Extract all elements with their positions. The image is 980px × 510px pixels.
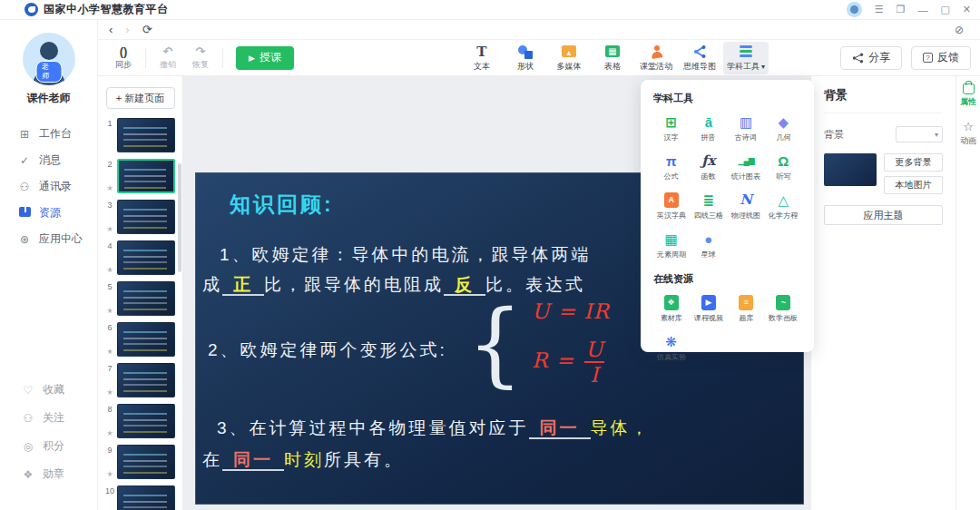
forward-icon[interactable]: › — [125, 23, 129, 36]
tool-geometry[interactable]: ◆几何 — [766, 114, 801, 143]
insert-text-button[interactable]: T 文本 — [462, 42, 502, 74]
sync-button[interactable]: () 同步 — [107, 45, 140, 71]
slide-thumbnail-10[interactable] — [117, 485, 175, 510]
tool-poetry[interactable]: ▥古诗词 — [729, 114, 764, 143]
minimize-icon[interactable]: — — [917, 5, 927, 15]
new-page-button[interactable]: + 新建页面 — [106, 87, 175, 109]
insert-activity-button[interactable]: 课堂活动 — [636, 42, 676, 74]
undo-button[interactable]: ↶ 撤销 — [152, 45, 184, 71]
slide-thumbnail-9[interactable] — [117, 445, 175, 479]
sidebar-item-resources[interactable]: 资源 — [0, 200, 97, 226]
slide-thumbnail-row: 3✭ — [103, 200, 182, 234]
tool-four-line-grid[interactable]: ≣四线三格 — [691, 192, 726, 221]
slide-point-1-line-1: 1、欧姆定律：导体中的电流，跟导体两端 — [220, 243, 592, 267]
teach-button[interactable]: ▶ 授课 — [236, 46, 294, 70]
insert-shape-button[interactable]: 形状 — [505, 42, 545, 74]
close-icon[interactable]: ✕ — [963, 4, 971, 15]
background-select[interactable]: ▾ — [896, 126, 943, 142]
tab-properties[interactable]: 属性 — [960, 83, 976, 108]
tool-question-bank[interactable]: ≡题库 — [729, 295, 764, 324]
tool-simulation-lab[interactable]: ❋仿真实验 — [653, 334, 689, 363]
sidebar-item-messages[interactable]: ✓ 消息 — [0, 147, 97, 173]
refresh-icon[interactable]: ⟳ — [142, 23, 152, 36]
sidebar-item-label: 积分 — [43, 438, 64, 454]
insert-media-button[interactable]: ▲ 多媒体 — [549, 42, 589, 74]
slide-thumbnail-1[interactable] — [117, 118, 175, 152]
tool-dictation[interactable]: Ω听写 — [766, 153, 801, 182]
slide-thumbnail-row: 7✭ — [103, 363, 182, 397]
compass-icon[interactable]: ⊘ — [955, 24, 964, 36]
tab-animation[interactable]: ☆ 动画 — [960, 121, 976, 147]
slide-thumbnail-8[interactable] — [117, 404, 175, 438]
tool-material-library[interactable]: ❖素材库 — [653, 295, 689, 324]
redo-button[interactable]: ↷ 恢复 — [184, 45, 217, 71]
sidebar-item-appcenter[interactable]: ⊛ 应用中心 — [0, 226, 97, 252]
slide-thumbnail-4[interactable] — [117, 240, 175, 275]
slide-thumbnail-2-selected[interactable] — [117, 159, 175, 193]
tool-planet[interactable]: ●星球 — [691, 231, 726, 260]
slide-marker-icon: ✭ — [107, 307, 113, 315]
tool-physics-diagram[interactable]: N物理线图 — [729, 192, 764, 221]
insert-label: 思维导图 — [683, 61, 716, 73]
user-avatar[interactable] — [847, 2, 862, 17]
subject-tools-button[interactable]: 学科工具▾ — [723, 42, 769, 74]
sidebar-item-favorites[interactable]: ♡ 收藏 — [0, 376, 98, 404]
tool-chem-equation[interactable]: △化学方程 — [766, 192, 801, 221]
tool-pinyin[interactable]: ā拼音 — [691, 114, 726, 143]
pip-icon[interactable]: ❐ — [897, 4, 906, 15]
background-panel: 背景 背景 ▾ 更多背景 本地图片 应用主题 — [810, 76, 956, 510]
book-icon — [18, 207, 31, 220]
slide-marker-icon: ✭ — [107, 225, 113, 233]
geometry-icon: ◆ — [779, 114, 789, 130]
heart-icon: ♡ — [22, 384, 34, 397]
maximize-icon[interactable]: ▢ — [940, 4, 949, 15]
tool-course-video[interactable]: ▶课程视频 — [691, 295, 726, 324]
sidebar-item-workbench[interactable]: ⊞ 工作台 — [0, 121, 97, 147]
apply-theme-button[interactable]: 应用主题 — [824, 205, 943, 225]
slide-point-3-line-2: 在同一时刻所具有。 — [202, 448, 404, 472]
sync-label: 同步 — [115, 59, 132, 71]
formula-r-ui: R =UI — [532, 338, 610, 387]
slide-thumbnail-3[interactable] — [117, 200, 175, 234]
tool-stat-chart[interactable]: ▁▄▆统计图表 — [729, 153, 764, 182]
slide-thumbnail-5[interactable] — [117, 281, 175, 316]
share-button[interactable]: 分享 — [840, 46, 902, 70]
sidebar-item-following[interactable]: ⚇ 关注 — [0, 404, 98, 432]
tool-periodic-table[interactable]: ▦元素周期 — [653, 231, 689, 260]
sidebar-item-contacts[interactable]: ⚇ 通讯录 — [0, 173, 97, 200]
tool-en-cn-dict[interactable]: A英汉字典 — [653, 192, 689, 221]
sidebar-item-medals[interactable]: ❖ 勋章 — [0, 460, 98, 488]
shape-icon — [518, 44, 533, 59]
feedback-button[interactable]: ? 反馈 — [911, 46, 971, 70]
share-icon — [852, 53, 864, 64]
blank-answer: 同一 — [529, 418, 591, 439]
username: 课件老师 — [0, 91, 97, 106]
sidebar-item-points[interactable]: ◎ 积分 — [0, 432, 98, 460]
mindmap-icon — [692, 44, 707, 59]
local-image-button[interactable]: 本地图片 — [884, 176, 943, 194]
teach-label: 授课 — [260, 50, 281, 65]
slide-thumbnail-7[interactable] — [117, 363, 175, 397]
slide-point-2: 2、欧姆定律两个变形公式: — [208, 338, 447, 362]
background-preview[interactable] — [824, 153, 877, 186]
slides-panel: + 新建页面 1 2✭ 3✭ 4✭ 5✭ 6✭ 7✭ 8✭ 9✭ 10✭ — [98, 76, 183, 510]
chevron-down-icon: ▾ — [761, 63, 765, 71]
tool-formula[interactable]: π公式 — [653, 153, 689, 182]
thumbnails-scrollbar[interactable] — [178, 163, 181, 272]
back-icon[interactable]: ‹ — [109, 23, 113, 36]
tool-hanzi[interactable]: ⊞汉字 — [653, 114, 689, 143]
question-icon: ? — [923, 53, 933, 63]
sidebar-item-label: 关注 — [43, 410, 64, 426]
menu-icon[interactable]: ☰ — [875, 4, 884, 15]
play-icon: ▶ — [249, 54, 255, 63]
tool-function[interactable]: ƒx函数 — [691, 153, 726, 182]
fx-icon: ƒx — [701, 153, 715, 169]
tool-math-board[interactable]: ~数学画板 — [766, 295, 801, 324]
more-backgrounds-button[interactable]: 更多背景 — [884, 153, 943, 172]
subject-tools-icon — [739, 44, 753, 59]
sync-icon: () — [120, 45, 128, 58]
insert-table-button[interactable]: ▦ 表格 — [593, 42, 632, 74]
medal-icon: ❖ — [22, 468, 34, 481]
slide-thumbnail-6[interactable] — [117, 322, 175, 357]
insert-mindmap-button[interactable]: 思维导图 — [680, 42, 720, 74]
